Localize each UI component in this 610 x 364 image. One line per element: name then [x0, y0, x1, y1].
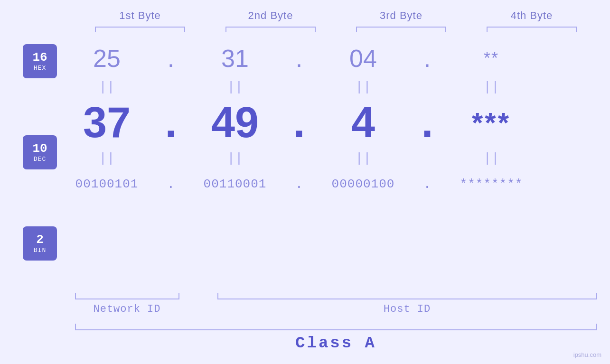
bin-data-row: 00100101 . 00110001 . 00000100 . [62, 168, 584, 201]
hex-byte2: 31 [190, 44, 280, 73]
dec-byte1: 37 [62, 98, 152, 147]
bin-byte2: 00110001 [190, 177, 280, 191]
byte-headers: 1st Byte 2nd Byte 3rd Byte 4th Byte [75, 9, 597, 22]
byte4-header: 4th Byte [479, 9, 584, 22]
hex-dot2: . [280, 44, 318, 73]
hex-badge-number: 16 [32, 51, 47, 65]
eq2-byte1: || [62, 151, 152, 166]
bin-dot1: . [152, 177, 190, 192]
bracket-byte3 [356, 27, 446, 32]
label-gap2 [198, 303, 217, 315]
eq2-byte3: || [318, 151, 408, 166]
dec-dot1: . [152, 98, 190, 147]
bin-dot2: . [280, 177, 318, 192]
host-id-label: Host ID [217, 303, 597, 315]
eq-row1: || || || || [62, 77, 584, 96]
hex-badge-label: HEX [34, 65, 46, 72]
bracket-byte4 [487, 27, 577, 32]
eq1-byte3: || [318, 80, 408, 94]
dec-data-row: 37 . 49 . 4 . *** [62, 96, 584, 149]
bin-badge-number: 2 [36, 233, 44, 247]
bin-byte1: 00100101 [62, 177, 152, 191]
bin-badge-label: BIN [34, 247, 46, 254]
eq1-byte4: || [446, 80, 536, 94]
eq2-byte4: || [446, 151, 536, 166]
bin-dot3: . [408, 177, 446, 192]
label-gap1 [179, 303, 198, 315]
dec-dot2: . [280, 98, 318, 147]
bracket-byte1 [95, 27, 185, 32]
bracket-gap2 [198, 293, 217, 299]
top-brackets [75, 27, 597, 32]
dec-byte3: 4 [318, 98, 408, 147]
dec-byte2: 49 [190, 98, 280, 147]
hex-byte3: 04 [318, 44, 408, 73]
badges-column: 16 HEX 10 DEC 2 BIN [0, 39, 62, 289]
watermark: ipshu.com [573, 351, 601, 358]
bracket-gap1 [179, 293, 198, 299]
bin-byte3: 00000100 [318, 177, 408, 191]
eq1-byte2: || [190, 80, 280, 94]
class-label: Class A [295, 334, 376, 352]
hex-byte1: 25 [62, 44, 152, 73]
class-label-row: Class A [75, 334, 597, 352]
bin-badge: 2 BIN [23, 226, 57, 261]
dec-badge-label: DEC [34, 156, 46, 163]
hex-dot3: . [408, 44, 446, 73]
bottom-labels: Network ID Host ID [75, 303, 597, 315]
eq2-byte2: || [190, 151, 280, 166]
byte2-header: 2nd Byte [218, 9, 323, 22]
eq1-byte1: || [62, 80, 152, 94]
hex-byte4: ** [446, 48, 536, 68]
network-bracket [75, 293, 179, 299]
dec-dot3: . [408, 98, 446, 147]
eq-row2: || || || || [62, 149, 584, 168]
hex-dot1: . [152, 44, 190, 73]
network-id-label: Network ID [75, 303, 179, 315]
bracket-byte2 [225, 27, 316, 32]
data-grid: 25 . 31 . 04 . ** [62, 39, 584, 289]
bottom-id-section: Network ID Host ID [75, 293, 597, 315]
dec-badge: 10 DEC [23, 135, 57, 169]
outer-bracket [75, 324, 597, 330]
byte3-header: 3rd Byte [349, 9, 453, 22]
bin-byte4: ******** [446, 177, 536, 191]
hex-data-row: 25 . 31 . 04 . ** [62, 39, 584, 77]
dec-badge-number: 10 [32, 142, 47, 156]
bottom-brackets [75, 293, 597, 299]
hex-badge: 16 HEX [23, 44, 57, 78]
dec-byte4: *** [446, 106, 536, 139]
byte1-header: 1st Byte [88, 9, 192, 22]
main-container: 1st Byte 2nd Byte 3rd Byte 4th Byte 16 H… [0, 0, 610, 364]
host-bracket [217, 293, 597, 299]
